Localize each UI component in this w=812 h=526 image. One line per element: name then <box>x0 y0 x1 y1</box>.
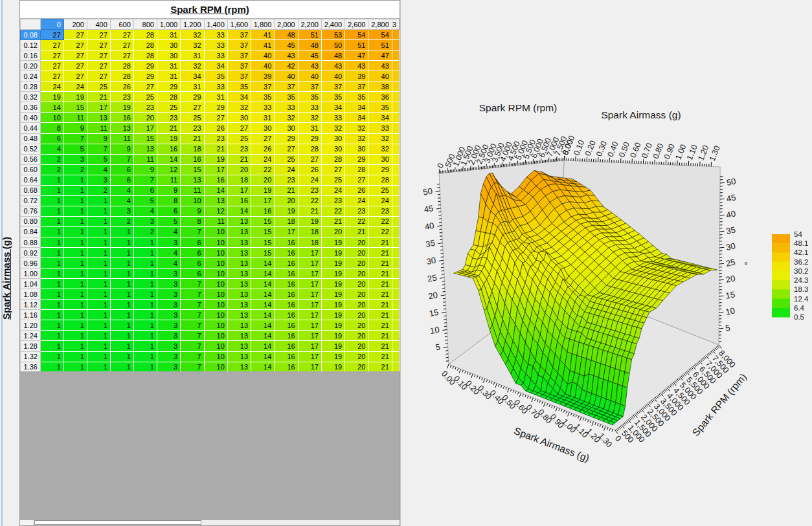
table-cell[interactable]: 14 <box>251 362 275 372</box>
row-header[interactable]: 0.56 <box>21 154 41 164</box>
table-cell[interactable]: 25 <box>275 154 298 164</box>
col-header[interactable]: 600 <box>110 19 133 30</box>
table-cell[interactable]: 13 <box>110 123 133 133</box>
table-cell[interactable]: 23 <box>133 102 157 113</box>
table-cell[interactable]: 17 <box>298 279 321 289</box>
table-cell[interactable]: 30 <box>227 113 251 123</box>
table-cell[interactable]: 33 <box>275 102 298 113</box>
table-cell[interactable]: 1 <box>110 237 133 247</box>
col-header[interactable]: 800 <box>133 19 157 30</box>
table-cell[interactable]: 29 <box>368 164 392 175</box>
table-cell[interactable]: 7 <box>181 341 204 351</box>
table-cell[interactable]: 19 <box>321 300 344 310</box>
table-cell[interactable]: 37 <box>321 82 344 92</box>
col-header[interactable]: 400 <box>87 19 110 30</box>
table-cell[interactable]: 32 <box>345 133 368 144</box>
table-cell-partial[interactable] <box>392 351 399 362</box>
table-cell[interactable]: 7 <box>181 310 204 320</box>
table-cell[interactable]: 29 <box>181 92 204 102</box>
table-cell[interactable]: 1 <box>87 362 110 372</box>
table-cell[interactable]: 21 <box>368 300 392 310</box>
table-cell[interactable]: 13 <box>227 320 251 331</box>
table-cell-partial[interactable] <box>392 175 399 185</box>
table-cell[interactable]: 16 <box>110 113 133 123</box>
table-cell[interactable]: 35 <box>345 92 368 102</box>
row-header[interactable]: 1.28 <box>21 341 41 351</box>
table-cell[interactable]: 1 <box>40 226 63 237</box>
table-cell[interactable]: 29 <box>298 133 321 144</box>
table-cell[interactable]: 16 <box>275 268 298 279</box>
table-cell[interactable]: 20 <box>345 279 368 289</box>
table-cell[interactable]: 37 <box>227 40 251 50</box>
table-cell[interactable]: 6 <box>181 268 204 279</box>
table-cell[interactable]: 27 <box>251 133 275 144</box>
table-cell[interactable]: 1 <box>40 362 63 372</box>
table-cell[interactable]: 14 <box>204 185 227 195</box>
row-header[interactable]: 0.44 <box>21 123 41 133</box>
table-cell[interactable]: 3 <box>63 154 87 164</box>
table-cell[interactable]: 3 <box>157 351 180 362</box>
h-scrollbar[interactable] <box>20 520 400 525</box>
table-cell[interactable]: 1 <box>40 216 63 226</box>
col-header[interactable]: 2,600 <box>345 19 368 30</box>
table-cell[interactable]: 28 <box>345 164 368 175</box>
table-cell[interactable]: 41 <box>251 40 275 50</box>
table-cell[interactable]: 35 <box>251 92 275 102</box>
row-header[interactable]: 1.36 <box>21 362 41 372</box>
table-cell[interactable]: 20 <box>345 331 368 341</box>
table-cell[interactable]: 28 <box>110 61 133 71</box>
table-cell[interactable]: 11 <box>110 133 133 144</box>
table-cell[interactable]: 7 <box>181 351 204 362</box>
table-cell[interactable]: 16 <box>275 258 298 268</box>
table-cell[interactable]: 36 <box>368 92 392 102</box>
table-cell[interactable]: 1 <box>87 341 110 351</box>
table-cell[interactable]: 19 <box>321 351 344 362</box>
table-cell[interactable]: 31 <box>204 92 227 102</box>
table-cell[interactable]: 14 <box>251 258 275 268</box>
table-cell[interactable]: 29 <box>133 71 157 82</box>
table-cell[interactable]: 3 <box>157 341 180 351</box>
table-cell[interactable]: 1 <box>133 237 157 247</box>
table-cell[interactable]: 1 <box>87 216 110 226</box>
table-cell-partial[interactable] <box>392 279 399 289</box>
table-cell[interactable]: 1 <box>87 310 110 320</box>
table-cell[interactable]: 13 <box>227 258 251 268</box>
table-cell[interactable]: 34 <box>321 102 344 113</box>
row-header[interactable]: 0.28 <box>21 82 41 92</box>
table-cell[interactable]: 7 <box>87 144 110 154</box>
table-cell[interactable]: 23 <box>275 175 298 185</box>
table-cell[interactable]: 9 <box>133 164 157 175</box>
table-cell[interactable]: 27 <box>110 30 133 40</box>
col-header-partial[interactable]: 3 <box>392 19 399 30</box>
table-cell[interactable]: 28 <box>368 175 392 185</box>
table-cell[interactable]: 27 <box>40 30 63 40</box>
table-cell[interactable]: 29 <box>157 82 180 92</box>
col-header[interactable]: 2,200 <box>298 19 321 30</box>
col-header[interactable]: 200 <box>63 19 87 30</box>
table-cell[interactable]: 6 <box>110 164 133 175</box>
table-cell[interactable]: 2 <box>40 164 63 175</box>
table-cell[interactable]: 1 <box>40 268 63 279</box>
table-cell[interactable]: 47 <box>368 50 392 61</box>
table-cell[interactable]: 33 <box>204 82 227 92</box>
table-cell[interactable]: 20 <box>133 113 157 123</box>
table-cell[interactable]: 21 <box>368 268 392 279</box>
table-cell[interactable]: 32 <box>181 30 204 40</box>
table-cell[interactable]: 29 <box>275 133 298 144</box>
table-cell[interactable]: 34 <box>181 71 204 82</box>
table-cell[interactable]: 25 <box>321 175 344 185</box>
table-cell[interactable]: 1 <box>63 216 87 226</box>
table-cell[interactable]: 5 <box>63 144 87 154</box>
table-cell[interactable]: 31 <box>157 71 180 82</box>
table-cell[interactable]: 30 <box>321 133 344 144</box>
table-cell[interactable]: 5 <box>133 195 157 206</box>
table-cell[interactable]: 21 <box>368 310 392 320</box>
table-cell-partial[interactable] <box>392 195 399 206</box>
table-cell[interactable]: 3 <box>157 300 180 310</box>
table-cell[interactable]: 19 <box>321 310 344 320</box>
table-cell[interactable]: 16 <box>275 289 298 300</box>
table-cell[interactable]: 30 <box>368 154 392 164</box>
table-cell[interactable]: 20 <box>345 320 368 331</box>
table-cell[interactable]: 32 <box>275 113 298 123</box>
table-cell[interactable]: 35 <box>298 92 321 102</box>
